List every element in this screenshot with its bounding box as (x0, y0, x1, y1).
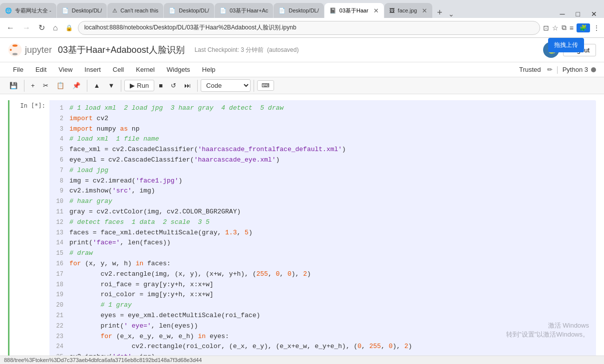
reader-mode-button[interactable]: ⊡ (543, 24, 549, 32)
kernel-info: Python 3 (563, 66, 596, 73)
tab-3[interactable]: ⚠ Can't reach this (107, 3, 163, 18)
cell-code-content[interactable]: 1# 1 load xml 2 load jpg 3 haar gray 4 d… (49, 100, 596, 356)
tab8-close-icon[interactable]: ✕ (422, 7, 427, 14)
menu-view[interactable]: View (53, 64, 77, 75)
menu-widgets[interactable]: Widgets (162, 64, 195, 75)
tab6-title: Desktop/DL/ (289, 7, 319, 13)
checkpoint-text: Last Checkpoint: 3 分钟前 (195, 46, 264, 53)
notebook: jupyter 03基于Haar+Adaboost人脸识别 Last Check… (0, 38, 604, 364)
browser-chrome: 🌐 专霸网址大全 - 📄 Desktop/DL/ ⚠ Can't reach t… (0, 0, 604, 38)
jupyter-logo-icon (8, 43, 22, 57)
code-line-2: 2import cv2 (53, 114, 592, 124)
tab7-icon: 📓 (329, 7, 336, 14)
address-bar: ← → ↻ ⌂ 🔒 ⊡ ☆ ⧉ ≡ 拖拽上传 🧩 ⋮ (0, 18, 604, 38)
code-line-10: 10# haar gray (53, 196, 592, 207)
svg-point-2 (12, 53, 17, 55)
trusted-badge: Trusted (515, 64, 545, 75)
stop-button[interactable]: ■ (155, 80, 166, 91)
code-line-16: 16for (x, y, w, h) in faces: (53, 259, 592, 269)
tab-5[interactable]: 📄 03基于Haar+Ac (215, 3, 273, 18)
code-line-24: 24 cv2.rectangle(roi_color, (e_x, e_y), … (53, 342, 592, 352)
add-cell-button[interactable]: + (27, 80, 38, 91)
menu-kernel[interactable]: Kernel (131, 64, 160, 75)
back-button[interactable]: ← (4, 22, 17, 33)
status-bar: 888/tree%3Ftoken%3Dd7c373aeb4dbfca6afa37… (0, 356, 604, 364)
run-button[interactable]: ▶ Run (124, 80, 154, 91)
new-tab-button[interactable]: + (433, 7, 446, 18)
cut-cell-button[interactable]: ✂ (39, 80, 52, 91)
tab2-icon: 📄 (62, 7, 69, 14)
jupyter-brand-text: jupyter (25, 45, 52, 55)
toolbar: 💾 + ✂ 📋 📌 ▲ ▼ ▶ Run ■ ↺ ⏭ Code ⌨ (0, 77, 604, 94)
forward-button[interactable]: → (20, 22, 33, 33)
run-icon: ▶ (130, 82, 135, 89)
tab-8[interactable]: 🖼 face.jpg ✕ (384, 3, 433, 18)
restart-button[interactable]: ↺ (167, 80, 180, 91)
home-button[interactable]: ⌂ (50, 22, 60, 33)
tab1-icon: 🌐 (5, 7, 12, 14)
sep5 (254, 80, 254, 92)
code-line-13: 13faces = face_xml.detectMultiScale(gray… (53, 228, 592, 238)
copy-cell-button[interactable]: 📋 (53, 80, 68, 91)
split-view-button[interactable]: ⧉ (562, 23, 567, 32)
menu-help[interactable]: Help (197, 64, 221, 75)
menu-insert[interactable]: Insert (79, 64, 106, 75)
tab4-icon: 📄 (169, 7, 176, 14)
sep3 (121, 80, 121, 92)
bookmark-button[interactable]: ☆ (552, 24, 559, 32)
tab3-icon: ⚠ (112, 7, 117, 14)
tab-overflow-button[interactable]: ⌄ (446, 10, 456, 18)
menu-file[interactable]: File (8, 64, 28, 75)
maximize-button[interactable]: □ (571, 10, 585, 18)
menu-button[interactable]: ⋮ (593, 24, 600, 32)
keyboard-shortcuts-button[interactable]: ⌨ (257, 80, 274, 91)
address-input[interactable] (78, 21, 540, 35)
restart-run-button[interactable]: ⏭ (181, 80, 194, 91)
menu-edit[interactable]: Edit (30, 64, 51, 75)
close-button[interactable]: ✕ (586, 10, 602, 18)
tab7-close-icon[interactable]: ✕ (373, 7, 379, 14)
reload-button[interactable]: ↻ (36, 22, 47, 33)
code-line-7: 7# load jpg (53, 166, 592, 176)
code-line-4: 4# load xml 1 file name (53, 134, 592, 145)
code-line-1: 1# 1 load xml 2 load jpg 3 haar gray 4 d… (53, 103, 592, 114)
code-line-18: 18 roi_face = gray[y:y+h, x:x+w] (53, 280, 592, 290)
save-button[interactable]: 💾 (6, 80, 21, 91)
menu-separator: | (557, 65, 559, 74)
tab-2[interactable]: 📄 Desktop/DL/ (57, 3, 107, 18)
minimize-button[interactable]: ─ (555, 10, 570, 18)
cell-area[interactable]: In [*]: 1# 1 load xml 2 load jpg 3 haar … (0, 94, 604, 356)
tab-4[interactable]: 📄 Desktop/DL/ (164, 3, 214, 18)
code-line-9: 9cv2.imshow('src', img) (53, 186, 592, 196)
code-line-25: 25cv2.imshow('dst', img) (53, 352, 592, 356)
code-line-3: 3import numpy as np (53, 124, 592, 135)
paste-cell-button[interactable]: 📌 (69, 80, 84, 91)
tab8-icon: 🖼 (389, 7, 395, 13)
tab-7-active[interactable]: 📓 03基于Haar ✕ (324, 3, 384, 18)
code-line-22: 22 print(' eye=', len(eyes)) (53, 321, 592, 332)
ext-popup-text: 拖拽上传 (554, 41, 578, 48)
run-label: Run (137, 82, 149, 89)
menu-bar: File Edit View Insert Cell Kernel Widget… (0, 62, 604, 77)
tab3-title: Can't reach this (120, 7, 158, 13)
code-line-6: 6eye_xml = cv2.CascadeClassifier('haarca… (53, 155, 592, 166)
tab7-title: 03基于Haar (339, 7, 368, 14)
extension-popup: 拖拽上传 (548, 38, 584, 52)
tab-6[interactable]: 📄 Desktop/DL/ (274, 3, 324, 18)
code-cell[interactable]: In [*]: 1# 1 load xml 2 load jpg 3 haar … (8, 100, 596, 356)
tab1-title: 专霸网址大全 - (15, 7, 51, 14)
tab5-title: 03基于Haar+Ac (230, 7, 268, 14)
code-line-14: 14print('face=', len(faces)) (53, 238, 592, 248)
extension-button[interactable]: 🧩 (577, 23, 590, 32)
sidebar-button[interactable]: ≡ (570, 24, 574, 32)
notebook-title[interactable]: 03基于Haar+Adaboost人脸识别 (58, 44, 185, 56)
pencil-icon-button[interactable]: ✏ (547, 66, 553, 73)
tab-1[interactable]: 🌐 专霸网址大全 - (0, 3, 56, 18)
code-line-5: 5face_xml = cv2.CascadeClassifier('haarc… (53, 145, 592, 155)
code-line-8: 8img = cv2.imread('face1.jpg') (53, 176, 592, 186)
move-down-button[interactable]: ▼ (104, 80, 118, 91)
menu-cell[interactable]: Cell (108, 64, 129, 75)
cell-type-select[interactable]: Code (201, 79, 251, 92)
move-up-button[interactable]: ▲ (90, 80, 104, 91)
window-controls: ─ □ ✕ (555, 10, 604, 18)
